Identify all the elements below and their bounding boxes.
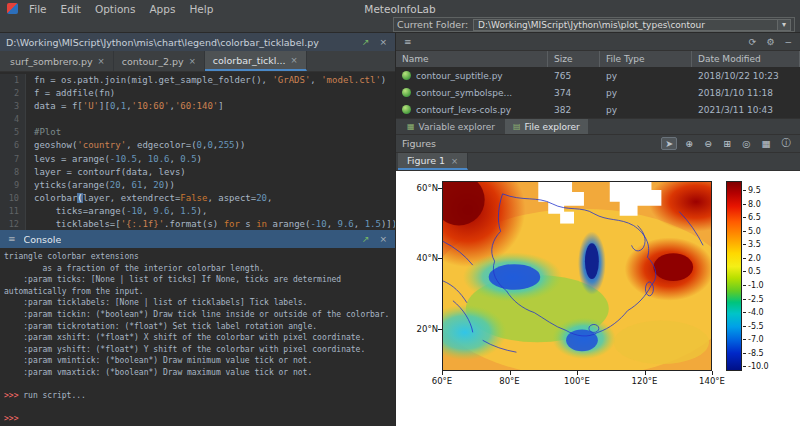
line-number: 4 (0, 113, 26, 126)
code-token: ) (381, 75, 386, 85)
x-tick-label: 100°E (564, 376, 590, 386)
close-icon[interactable]: × (98, 56, 105, 66)
code-token: , (327, 219, 338, 229)
file-name: contour_symbolspe... (416, 88, 512, 98)
editor-tab-label: colorbar_tickl... (213, 55, 286, 66)
menu-item-edit[interactable]: Edit (54, 2, 88, 16)
file-type: py (600, 88, 692, 98)
colorbar-tick-label: 0.5 (748, 267, 761, 276)
colorbar-tick-mark (743, 271, 746, 272)
menu-item-file[interactable]: File (22, 2, 54, 16)
column-header-name[interactable]: Name (396, 51, 548, 67)
float-window-icon[interactable]: ↗ (360, 37, 372, 47)
tab-label: Variable explorer (419, 122, 495, 132)
current-folder-combobox[interactable]: D:\Working\MIScript\Jython\mis\plot_type… (473, 19, 791, 31)
chevron-down-icon[interactable]: ▾ (777, 20, 790, 30)
editor-tab[interactable]: contour_2.py× (114, 51, 205, 71)
info-icon[interactable]: ⓘ (779, 137, 795, 150)
console-output[interactable]: triangle colorbar extensions as a fracti… (0, 248, 395, 426)
code-token: .format(s) (164, 219, 224, 229)
code-token: )) (235, 140, 246, 150)
menu-item-apps[interactable]: Apps (142, 2, 182, 16)
float-window-icon[interactable]: ↗ (360, 234, 372, 244)
console-text: as a fraction of the interior colorbar l… (4, 264, 264, 273)
console-line (4, 379, 391, 391)
x-tick-mark (712, 371, 713, 375)
x-tick-label: 80°E (499, 376, 519, 386)
y-tick-label: 60°N (404, 183, 438, 193)
code-token: ticklabels=[ (34, 219, 121, 229)
colorbar-tick-label: 6.5 (748, 213, 761, 222)
x-tick-mark (442, 371, 443, 375)
code-line: 8layer = contourf(data, levs) (0, 166, 395, 179)
editor-panel-header: D:\Working\MIScript\Jython\mis\chart\leg… (0, 33, 395, 51)
app-window: FileEditOptionsAppsHelp MeteoInfoLab Cur… (0, 0, 800, 426)
line-number: 12 (0, 218, 26, 230)
editor-tab[interactable]: colorbar_tickl...× (205, 51, 307, 71)
line-number: 10 (0, 192, 26, 205)
menu-item-help[interactable]: Help (182, 2, 220, 16)
save-icon[interactable]: ▦ (759, 138, 774, 149)
line-number: 9 (0, 179, 26, 192)
tab-variable-explorer[interactable]: ▦Variable explorer (399, 119, 503, 134)
code-line: 4 (0, 113, 395, 126)
folder-bar: Current Folder: D:\Working\MIScript\Jyth… (0, 17, 800, 32)
file-explorer-header: ≡ ⟳ ⚙ − (396, 33, 800, 51)
zoom-out-icon[interactable]: ⊖ (701, 138, 715, 149)
refresh-icon[interactable]: ⟳ (747, 37, 759, 47)
colorbar-tick-mark (743, 366, 746, 367)
x-tick-label: 60°E (432, 376, 452, 386)
console-line: :param xshift: (*float*) X shift of the … (4, 332, 391, 344)
code-token: , (137, 154, 148, 164)
x-tick-mark (510, 371, 511, 375)
console-text: :param ticks: [None | list of ticks] If … (4, 275, 341, 284)
code-token: '60:140' (175, 101, 218, 111)
code-token: , (169, 154, 180, 164)
close-icon[interactable]: × (377, 234, 389, 244)
column-header-file-type[interactable]: File Type (600, 51, 692, 67)
code-text: yticks(arange(20, 61, 20)) (26, 179, 175, 192)
folder-icon: ▤ (513, 122, 521, 131)
code-token: 'country' (77, 140, 126, 150)
zoom-in-icon[interactable]: ⊕ (682, 138, 696, 149)
close-icon[interactable]: × (377, 37, 389, 47)
console-text: :param vmintick: (*boolean*) Draw minimu… (4, 356, 312, 365)
colorbar-tick-mark (743, 326, 746, 327)
panel-icon: ≡ (402, 37, 414, 47)
console-line: :param tickrotation: (*float*) Set tick … (4, 321, 391, 333)
code-token: ), (197, 206, 208, 216)
code-text (26, 113, 34, 126)
colorbar-tick-mark (743, 353, 746, 354)
minimize-icon[interactable]: − (782, 37, 794, 47)
console-text: :param yshift: (*float*) Y shift of the … (4, 345, 365, 354)
code-area[interactable]: 1fn = os.path.join(migl.get_sample_folde… (0, 72, 395, 230)
code-token: in (256, 219, 267, 229)
full-extent-icon[interactable]: ◎ (739, 138, 753, 149)
column-header-size[interactable]: Size (548, 51, 600, 67)
pan-icon[interactable]: ⊞ (720, 138, 734, 149)
colorbar-tick-label: -5.5 (748, 321, 764, 330)
contour-map[interactable] (442, 181, 712, 371)
tab-file-explorer[interactable]: ▤File explorer (505, 119, 588, 134)
close-icon[interactable]: × (291, 55, 298, 65)
table-row[interactable]: contour_symbolspe...374py2018/1/10 11:18 (396, 84, 800, 101)
file-type: py (600, 105, 692, 115)
close-icon[interactable]: × (451, 156, 458, 166)
figure-canvas[interactable]: 60°E80°E100°E120°E140°E20°N40°N60°N9.58.… (396, 171, 800, 426)
editor-tab[interactable]: surf_sombrero.py× (2, 51, 114, 71)
x-tick-mark (577, 371, 578, 375)
table-row[interactable]: contourf_levs-cols.py382py2021/3/11 10:4… (396, 101, 800, 118)
console-text: :param vmaxtick: (*boolean*) Draw maximu… (4, 368, 312, 377)
close-icon[interactable]: × (189, 56, 196, 66)
column-header-date-modified[interactable]: Date Modified (692, 51, 800, 67)
colorbar-tick-label: 3.5 (748, 240, 761, 249)
explorer-tabs: ▦Variable explorer▤File explorer (396, 118, 800, 135)
tab-figure-1[interactable]: Figure 1 × (398, 153, 468, 170)
table-row[interactable]: contour_suptitle.py765py2018/10/22 10:23 (396, 67, 800, 84)
select-arrow-icon[interactable]: ➤ (661, 137, 677, 150)
console-prompt: >>> (4, 391, 23, 400)
file-table-header: NameSizeFile TypeDate Modified (396, 51, 800, 67)
console-line: :param tickin: (*boolean*) Draw tick lin… (4, 309, 391, 321)
settings-icon[interactable]: ⚙ (764, 37, 776, 47)
menu-item-options[interactable]: Options (88, 2, 143, 16)
